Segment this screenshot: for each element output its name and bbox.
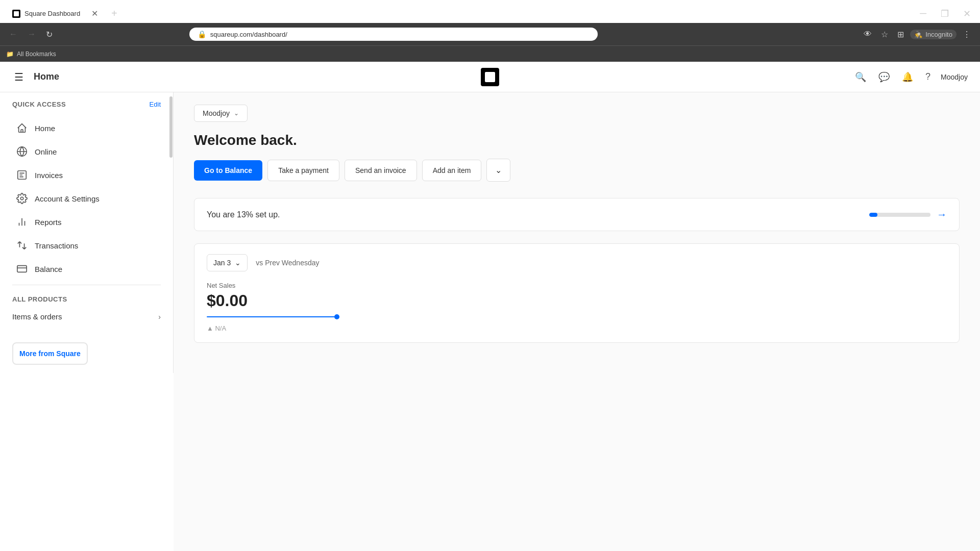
- forward-button[interactable]: →: [24, 28, 39, 41]
- sidebar-item-items-orders[interactable]: Items & orders ›: [0, 307, 173, 326]
- header-logo: [481, 68, 499, 86]
- date-label: Jan 3: [213, 259, 231, 267]
- business-selector-chevron-icon: ⌄: [234, 110, 239, 117]
- setup-progress-text: You are 13% set up.: [207, 210, 280, 219]
- hamburger-menu-button[interactable]: ☰: [12, 69, 26, 85]
- sidebar-invoices-label: Invoices: [35, 171, 63, 180]
- new-tab-button[interactable]: +: [106, 6, 122, 21]
- go-to-balance-button[interactable]: Go to Balance: [194, 160, 262, 181]
- toolbar-right: 👁 ☆ ⊞ 🕵 Incognito ⋮: [861, 28, 974, 41]
- header-right: 🔍 💬 🔔 ? Moodjoy: [853, 69, 968, 85]
- sidebar-transactions-label: Transactions: [35, 241, 78, 250]
- sidebar-item-account-settings[interactable]: Account & Settings: [4, 188, 169, 209]
- sales-chart: [207, 316, 947, 318]
- net-sales-label: Net Sales: [207, 282, 947, 289]
- sidebar-home-label: Home: [35, 124, 55, 133]
- address-bar[interactable]: 🔒 squareup.com/dashboard/: [189, 28, 598, 41]
- bookmarks-folder-icon: 📁: [6, 51, 14, 58]
- sidebar-item-reports[interactable]: Reports: [4, 211, 169, 233]
- date-chevron-icon: ⌄: [235, 259, 241, 267]
- quick-access-section: Quick access Edit: [0, 92, 173, 116]
- app: ☰ Home 🔍 💬 🔔 ? Moodjoy Quick access Edit: [0, 62, 980, 551]
- items-orders-label: Items & orders: [12, 312, 62, 321]
- quick-access-edit-link[interactable]: Edit: [150, 101, 161, 108]
- home-icon: [16, 122, 28, 134]
- date-selector-button[interactable]: Jan 3 ⌄: [207, 254, 248, 271]
- browser-toolbar: ← → ↻ 🔒 squareup.com/dashboard/ 👁 ☆ ⊞ 🕵 …: [0, 23, 980, 45]
- take-payment-button[interactable]: Take a payment: [267, 160, 339, 181]
- eye-off-icon[interactable]: 👁: [861, 28, 875, 41]
- incognito-badge: 🕵 Incognito: [910, 30, 957, 39]
- balance-icon: [16, 263, 28, 274]
- setup-right: →: [869, 209, 947, 220]
- app-header: ☰ Home 🔍 💬 🔔 ? Moodjoy: [0, 62, 980, 92]
- net-sales-value: $0.00: [207, 291, 947, 310]
- user-menu-button[interactable]: Moodjoy: [941, 73, 968, 81]
- square-logo: [481, 68, 499, 86]
- svg-rect-3: [17, 266, 27, 272]
- header-home-label: Home: [34, 71, 59, 82]
- more-from-square-button[interactable]: More from Square: [12, 342, 88, 365]
- chart-dot: [334, 314, 339, 319]
- sidebar-item-invoices[interactable]: Invoices: [4, 164, 169, 186]
- setup-progress-arrow-icon[interactable]: →: [937, 209, 947, 220]
- search-button[interactable]: 🔍: [853, 69, 868, 85]
- sidebar-scrollbar[interactable]: [169, 96, 173, 158]
- settings-icon: [16, 193, 28, 204]
- close-window-button[interactable]: ✕: [956, 6, 978, 21]
- transactions-icon: [16, 240, 28, 251]
- main-content: Quick access Edit Home Online: [0, 92, 980, 551]
- stats-section: Jan 3 ⌄ vs Prev Wednesday Net Sales $0.0…: [194, 243, 960, 343]
- sidebar: Quick access Edit Home Online: [0, 92, 174, 373]
- notifications-button[interactable]: 🔔: [900, 69, 915, 85]
- sidebar-item-transactions[interactable]: Transactions: [4, 235, 169, 256]
- sidebar-reports-label: Reports: [35, 218, 62, 227]
- bookmarks-bar: 📁 All Bookmarks: [0, 45, 980, 62]
- tab-favicon: [12, 10, 20, 18]
- add-item-button[interactable]: Add an item: [422, 160, 482, 181]
- browser-chrome: Square Dashboard ✕ + ─ ❐ ✕ ← → ↻ 🔒 squar…: [0, 0, 980, 62]
- sidebar-balance-label: Balance: [35, 265, 62, 273]
- chart-line: [207, 316, 339, 317]
- tab-close-button[interactable]: ✕: [91, 9, 98, 18]
- help-button[interactable]: ?: [923, 69, 933, 84]
- sidebar-toggle-icon[interactable]: ⊞: [894, 28, 907, 41]
- tab-bar: Square Dashboard ✕ + ─ ❐ ✕: [0, 0, 980, 23]
- setup-progress-fill: [869, 213, 877, 217]
- header-left: ☰ Home: [12, 69, 59, 85]
- sidebar-account-settings-label: Account & Settings: [35, 194, 100, 203]
- url-text: squareup.com/dashboard/: [210, 31, 590, 38]
- sidebar-item-online[interactable]: Online: [4, 141, 169, 162]
- quick-access-title: Quick access: [12, 101, 66, 108]
- action-buttons-row: Go to Balance Take a payment Send an inv…: [194, 159, 960, 182]
- minimize-button[interactable]: ─: [913, 6, 934, 21]
- messages-button[interactable]: 💬: [876, 69, 892, 85]
- svg-point-2: [20, 197, 23, 200]
- sidebar-item-balance[interactable]: Balance: [4, 258, 169, 280]
- invoices-icon: [16, 169, 28, 181]
- setup-progress-section: You are 13% set up. →: [194, 198, 960, 231]
- lock-icon: 🔒: [198, 30, 206, 38]
- tab-title: Square Dashboard: [24, 10, 80, 17]
- sidebar-item-home[interactable]: Home: [4, 117, 169, 139]
- business-selector-button[interactable]: Moodjoy ⌄: [194, 105, 248, 122]
- reports-icon: [16, 216, 28, 228]
- star-icon[interactable]: ☆: [878, 28, 891, 41]
- sidebar-online-label: Online: [35, 147, 57, 156]
- sidebar-divider: [12, 285, 161, 285]
- menu-icon[interactable]: ⋮: [960, 28, 974, 41]
- sidebar-wrapper: Quick access Edit Home Online: [0, 92, 174, 551]
- maximize-button[interactable]: ❐: [934, 6, 956, 21]
- comparison-label: vs Prev Wednesday: [256, 259, 319, 267]
- active-tab[interactable]: Square Dashboard ✕: [4, 6, 106, 21]
- back-button[interactable]: ←: [6, 28, 20, 41]
- more-actions-button[interactable]: ⌄: [486, 159, 510, 182]
- send-invoice-button[interactable]: Send an invoice: [345, 160, 417, 181]
- online-icon: [16, 146, 28, 157]
- quick-access-header: Quick access Edit: [12, 101, 161, 108]
- chevron-right-icon: ›: [158, 313, 161, 321]
- welcome-heading: Welcome back.: [194, 132, 960, 148]
- incognito-text: Incognito: [925, 31, 952, 38]
- reload-button[interactable]: ↻: [43, 28, 56, 41]
- all-products-header: All products: [0, 289, 173, 307]
